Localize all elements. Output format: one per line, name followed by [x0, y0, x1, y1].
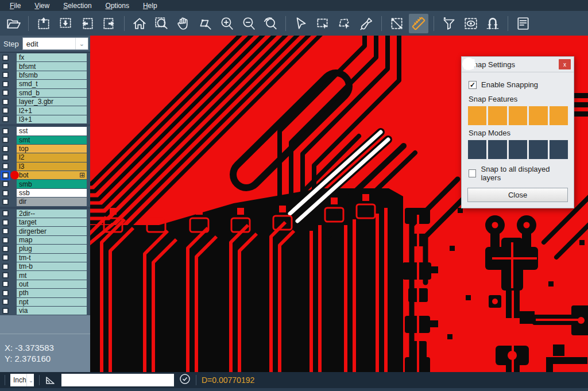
- layer-label[interactable]: ssb: [17, 189, 87, 197]
- layer-row-top[interactable]: top: [0, 145, 90, 153]
- zoom-in-icon[interactable]: [217, 14, 237, 33]
- close-button[interactable]: Close: [467, 188, 568, 202]
- layer-visibility-checkbox[interactable]: [2, 210, 9, 216]
- layer-visibility-checkbox[interactable]: [2, 272, 9, 278]
- layer-label[interactable]: smd_t: [17, 80, 87, 88]
- layer-label[interactable]: bfsmt: [17, 62, 87, 70]
- layer-visibility-checkbox[interactable]: [2, 308, 9, 314]
- layer-label[interactable]: l2+1: [17, 106, 87, 114]
- layer-row-via[interactable]: via: [0, 307, 90, 315]
- layer-row-l3+1[interactable]: l3+1: [0, 115, 90, 123]
- layer-label[interactable]: l3+1: [17, 115, 87, 123]
- layer-label[interactable]: out: [17, 280, 87, 288]
- menu-help[interactable]: Help: [137, 1, 164, 11]
- step-select[interactable]: edit ⌄: [22, 37, 88, 50]
- layer-row-2dir--[interactable]: 2dir--: [0, 210, 90, 218]
- layer-label[interactable]: mt: [17, 271, 87, 279]
- layer-row-layer_3.gbr[interactable]: layer_3.gbr: [0, 98, 90, 106]
- layer-visibility-checkbox[interactable]: [2, 107, 9, 114]
- layer-label[interactable]: top: [17, 145, 87, 153]
- layer-row-fx[interactable]: fx: [0, 53, 90, 61]
- layer-row-pth[interactable]: pth: [0, 289, 90, 297]
- layer-row-target[interactable]: target: [0, 218, 90, 226]
- pan-up-icon[interactable]: [34, 14, 53, 33]
- layer-visibility-checkbox[interactable]: [2, 128, 9, 134]
- filter-icon[interactable]: [439, 14, 459, 33]
- layer-row-plug[interactable]: plug: [0, 245, 90, 253]
- layer-row-bfsmb[interactable]: bfsmb: [0, 71, 90, 79]
- zoom-out-icon[interactable]: [239, 14, 258, 33]
- snap-feature-text-icon[interactable]: [550, 106, 568, 125]
- layer-visibility-checkbox[interactable]: [2, 199, 9, 205]
- view-options-icon[interactable]: [461, 14, 481, 33]
- snap-mode-pad-end-right-icon[interactable]: [509, 140, 527, 159]
- menu-options[interactable]: Options: [99, 1, 136, 11]
- layer-label[interactable]: smt: [17, 136, 87, 144]
- report-icon[interactable]: [513, 14, 533, 33]
- command-input[interactable]: [61, 374, 174, 386]
- layer-row-ssb[interactable]: ssb: [0, 189, 90, 197]
- dialog-title-bar[interactable]: Snap Settings x: [462, 57, 574, 72]
- paint-select-icon[interactable]: [357, 14, 376, 33]
- layer-label[interactable]: sst: [17, 127, 87, 135]
- menu-selection[interactable]: Selection: [57, 1, 98, 11]
- layer-visibility-checkbox[interactable]: [2, 281, 9, 287]
- layer-row-smd_b[interactable]: smd_b: [0, 89, 90, 97]
- chevron-down-icon[interactable]: ⌄: [75, 38, 88, 49]
- layer-visibility-checkbox[interactable]: [2, 237, 9, 243]
- layer-row-l2[interactable]: l2: [0, 153, 90, 161]
- layer-visibility-checkbox[interactable]: [2, 246, 9, 252]
- measure-point-to-point-icon[interactable]: [387, 14, 407, 33]
- layer-label[interactable]: pth: [17, 289, 87, 297]
- layer-row-dir[interactable]: dir: [0, 198, 90, 206]
- layer-visibility-checkbox[interactable]: [2, 290, 9, 296]
- layer-row-smd_t[interactable]: smd_t: [0, 80, 90, 88]
- layer-row-map[interactable]: map: [0, 236, 90, 244]
- apply-icon[interactable]: [179, 373, 191, 387]
- snap-mode-contour-icon[interactable]: [550, 140, 568, 159]
- layer-visibility-checkbox[interactable]: [2, 146, 9, 152]
- layer-visibility-checkbox[interactable]: [2, 81, 9, 87]
- layer-visibility-checkbox[interactable]: [2, 299, 9, 305]
- layer-row-bot[interactable]: bot⊞: [0, 171, 90, 179]
- layer-label[interactable]: via: [17, 307, 87, 315]
- layer-label[interactable]: target: [17, 218, 87, 226]
- pan-left-icon[interactable]: [78, 14, 97, 33]
- layer-label[interactable]: bfsmb: [17, 71, 87, 79]
- layer-label[interactable]: smd_b: [17, 89, 87, 97]
- layer-label[interactable]: l3: [17, 162, 87, 171]
- snap-all-checkbox[interactable]: [469, 169, 476, 177]
- layer-row-smt[interactable]: smt: [0, 136, 90, 144]
- pan-hand-icon[interactable]: [173, 14, 193, 33]
- layer-visibility-checkbox[interactable]: [2, 63, 9, 69]
- layer-row-bfsmt[interactable]: bfsmt: [0, 62, 90, 70]
- layer-label[interactable]: smb: [17, 180, 87, 188]
- layer-visibility-checkbox[interactable]: [2, 137, 9, 143]
- close-icon[interactable]: x: [559, 59, 571, 69]
- zoom-polygon-icon[interactable]: [195, 14, 215, 33]
- layer-visibility-checkbox[interactable]: [2, 154, 9, 161]
- layer-label[interactable]: 2dir--: [17, 210, 87, 218]
- layer-label[interactable]: npt: [17, 298, 87, 306]
- layer-visibility-checkbox[interactable]: [2, 72, 9, 78]
- layer-label[interactable]: dirgerber: [17, 227, 87, 235]
- snap-feature-line-icon[interactable]: [468, 106, 486, 125]
- menu-file[interactable]: File: [3, 1, 27, 11]
- enable-snapping-row[interactable]: Enable Snapping: [469, 80, 568, 89]
- snap-feature-circle-icon[interactable]: [488, 106, 506, 125]
- layer-visibility-checkbox[interactable]: [2, 254, 9, 261]
- snap-feature-surface-icon[interactable]: [509, 106, 527, 125]
- layer-visibility-checkbox[interactable]: [2, 219, 9, 226]
- layer-visibility-checkbox[interactable]: [2, 163, 9, 169]
- layer-visibility-checkbox[interactable]: [2, 99, 9, 105]
- layer-label[interactable]: layer_3.gbr: [17, 98, 87, 106]
- select-rectangle-icon[interactable]: [313, 14, 332, 33]
- snap-mode-pad-center-icon[interactable]: [468, 140, 486, 159]
- layer-label[interactable]: tm-t: [17, 254, 87, 262]
- unit-select[interactable]: Inch ⌄: [10, 374, 34, 386]
- layer-label[interactable]: l2: [17, 153, 87, 161]
- measure-ruler-icon[interactable]: [409, 14, 428, 33]
- open-icon[interactable]: [3, 14, 23, 33]
- menu-view[interactable]: View: [28, 1, 56, 11]
- snap-feature-arc-icon[interactable]: [529, 106, 547, 125]
